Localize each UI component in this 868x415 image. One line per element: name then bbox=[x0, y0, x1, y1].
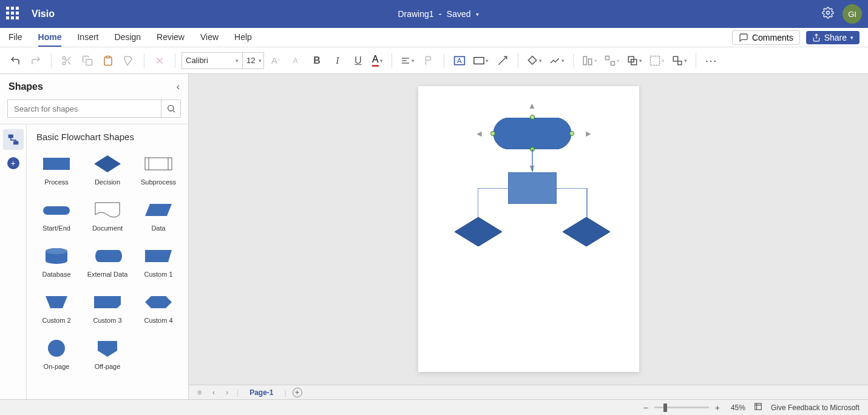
comment-icon bbox=[739, 33, 748, 42]
prev-page-button[interactable]: ‹ bbox=[210, 388, 217, 397]
menu-home[interactable]: Home bbox=[38, 28, 62, 47]
settings-icon[interactable] bbox=[822, 7, 834, 21]
next-page-button[interactable]: › bbox=[223, 388, 231, 397]
add-page-button[interactable]: + bbox=[293, 388, 302, 397]
undo-button[interactable] bbox=[6, 52, 24, 70]
autoconnect-arrow-left[interactable]: ◄ bbox=[475, 129, 484, 138]
autoconnect-arrow-right[interactable]: ► bbox=[585, 129, 593, 138]
shape-item-document[interactable]: Document bbox=[83, 197, 132, 234]
zoom-out-button[interactable]: − bbox=[641, 403, 651, 413]
shape-label: Data bbox=[151, 224, 165, 232]
page-list-icon[interactable]: ≡ bbox=[195, 388, 204, 397]
custom3-icon bbox=[93, 291, 122, 313]
autoconnect-arrow-up[interactable]: ▲ bbox=[528, 101, 537, 110]
separator bbox=[51, 53, 52, 68]
shape-item-custom3[interactable]: Custom 3 bbox=[83, 289, 132, 326]
svg-marker-37 bbox=[145, 250, 172, 262]
fill-color-button[interactable]: ▾ bbox=[524, 52, 544, 70]
shape-label: Subprocess bbox=[141, 178, 176, 186]
decrease-font-button[interactable]: Aˇ bbox=[287, 52, 305, 70]
document-title-area: Drawing1 - Saved ▾ bbox=[55, 8, 822, 19]
zoom-in-button[interactable]: + bbox=[713, 403, 722, 413]
shape-label: Custom 2 bbox=[42, 317, 70, 324]
stencil-tab-flowchart[interactable] bbox=[3, 129, 24, 150]
shape-item-custom1[interactable]: Custom 1 bbox=[134, 243, 183, 280]
stencil-rail: + bbox=[0, 124, 27, 399]
increase-font-button[interactable]: A^ bbox=[266, 52, 285, 70]
shape-item-custom4[interactable]: Custom 4 bbox=[134, 289, 183, 326]
shape-search-input[interactable] bbox=[8, 100, 161, 117]
delete-button[interactable] bbox=[151, 52, 169, 70]
share-button[interactable]: Share ▾ bbox=[806, 31, 860, 44]
arrange-button[interactable]: ▾ bbox=[625, 52, 645, 70]
canvas-viewport[interactable]: ▲ ◄ ► ▼ bbox=[189, 74, 868, 385]
zoom-slider-track[interactable] bbox=[654, 407, 709, 408]
selection-handle-left[interactable] bbox=[490, 131, 495, 136]
line-color-button[interactable]: ▾ bbox=[547, 52, 567, 70]
paste-button[interactable] bbox=[99, 52, 117, 70]
text-direction-button[interactable] bbox=[419, 52, 438, 70]
align-button[interactable]: ▾ bbox=[398, 52, 417, 70]
more-options-button[interactable]: ⋯ bbox=[702, 52, 721, 70]
shape-item-startend[interactable]: Start/End bbox=[32, 197, 81, 234]
shape-item-onpage[interactable]: On-page bbox=[32, 335, 81, 373]
selection-handle-right[interactable] bbox=[569, 131, 574, 136]
text-box-button[interactable]: A bbox=[450, 52, 469, 70]
comments-button[interactable]: Comments bbox=[732, 30, 800, 45]
bold-button[interactable]: B bbox=[308, 52, 326, 70]
font-name-select[interactable]: Calibri▾ bbox=[181, 52, 242, 69]
zoom-percent[interactable]: 45% bbox=[731, 403, 745, 412]
menu-file[interactable]: File bbox=[8, 28, 22, 47]
group-button[interactable]: ▾ bbox=[647, 52, 667, 70]
italic-button[interactable]: I bbox=[328, 52, 347, 70]
menu-help[interactable]: Help bbox=[234, 28, 252, 47]
shape-item-extdata[interactable]: External Data bbox=[83, 243, 132, 280]
menu-design[interactable]: Design bbox=[114, 28, 141, 47]
align-shapes-button[interactable]: ▾ bbox=[580, 52, 600, 70]
feedback-link[interactable]: Give Feedback to Microsoft bbox=[771, 403, 860, 412]
format-painter-button[interactable] bbox=[120, 52, 138, 70]
shape-item-offpage[interactable]: Off-page bbox=[83, 335, 132, 373]
search-button[interactable] bbox=[161, 100, 180, 117]
menu-review[interactable]: Review bbox=[157, 28, 185, 47]
add-stencil-button[interactable]: + bbox=[7, 157, 19, 169]
shape-style-button[interactable]: ▾ bbox=[471, 52, 491, 70]
shape-item-database[interactable]: Database bbox=[32, 243, 81, 280]
position-button[interactable]: ▾ bbox=[602, 52, 622, 70]
font-color-button[interactable]: A▾ bbox=[370, 52, 385, 70]
document-name[interactable]: Drawing1 bbox=[398, 9, 433, 19]
underline-button[interactable]: U bbox=[349, 52, 367, 70]
app-launcher-icon[interactable] bbox=[6, 7, 21, 21]
canvas-shape-startend[interactable] bbox=[493, 118, 571, 152]
canvas-shape-decision-right[interactable] bbox=[563, 217, 610, 249]
svg-rect-18 bbox=[588, 59, 591, 65]
shape-item-subprocess[interactable]: Subprocess bbox=[134, 150, 183, 188]
drawing-page[interactable]: ▲ ◄ ► ▼ bbox=[418, 86, 639, 372]
menu-insert[interactable]: Insert bbox=[77, 28, 98, 47]
shape-label: Off-page bbox=[95, 363, 121, 370]
canvas-connector-1[interactable] bbox=[531, 149, 534, 172]
shape-item-data[interactable]: Data bbox=[134, 197, 183, 234]
selection-handle-top[interactable] bbox=[530, 115, 535, 120]
font-size-select[interactable]: 12▾ bbox=[242, 52, 264, 69]
shape-item-custom2[interactable]: Custom 2 bbox=[32, 289, 81, 326]
collapse-panel-icon[interactable]: ‹ bbox=[177, 81, 180, 92]
connector-button[interactable] bbox=[493, 52, 512, 70]
cut-button[interactable] bbox=[58, 52, 76, 70]
redo-button[interactable] bbox=[27, 52, 45, 70]
fit-page-button[interactable] bbox=[754, 402, 762, 413]
title-dropdown-icon[interactable]: ▾ bbox=[476, 11, 479, 18]
user-avatar[interactable]: GI bbox=[843, 4, 862, 24]
subprocess-icon bbox=[144, 153, 173, 175]
shape-item-decision[interactable]: Decision bbox=[83, 150, 132, 188]
shape-item-process[interactable]: Process bbox=[32, 150, 81, 188]
copy-button[interactable] bbox=[78, 52, 97, 70]
canvas-shape-decision-left[interactable] bbox=[455, 217, 502, 249]
zoom-slider-thumb[interactable] bbox=[663, 403, 667, 412]
page-tab-1[interactable]: Page-1 bbox=[245, 388, 278, 397]
change-shape-button[interactable]: ▾ bbox=[670, 52, 690, 70]
svg-marker-30 bbox=[94, 155, 121, 172]
svg-line-6 bbox=[65, 59, 67, 61]
process-icon bbox=[42, 153, 71, 175]
menu-view[interactable]: View bbox=[200, 28, 219, 47]
